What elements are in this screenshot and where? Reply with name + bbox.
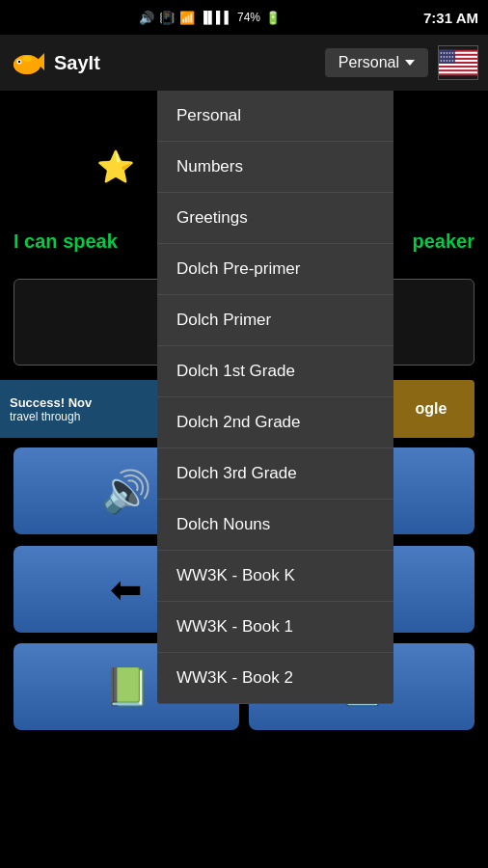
dropdown-item-greetings[interactable]: Greetings — [157, 193, 393, 244]
dropdown-item-personal[interactable]: Personal — [157, 91, 393, 142]
dropdown-item-ww3k-book-2[interactable]: WW3K - Book 2 — [157, 653, 393, 704]
dropdown-item-dolch-pre-primer[interactable]: Dolch Pre-primer — [157, 244, 393, 295]
svg-rect-11 — [439, 68, 477, 69]
speaker-icon: 🔊 — [101, 468, 151, 515]
battery-icon: 🔋 — [265, 11, 281, 25]
google-area: ogle — [388, 380, 474, 438]
back-arrow-icon: ⬅ — [110, 567, 143, 611]
dropdown-item-ww3k-book-1[interactable]: WW3K - Book 1 — [157, 602, 393, 653]
dropdown-item-ww3k-book-k[interactable]: WW3K - Book K — [157, 551, 393, 602]
dropdown-item-dolch-nouns[interactable]: Dolch Nouns — [157, 500, 393, 551]
status-icons: 🔊 📳 📶 ▐▌▌▌ 74% 🔋 — [10, 11, 410, 25]
app-title: SayIt — [54, 52, 315, 74]
book-icon: 📗 — [104, 665, 149, 708]
category-dropdown-button[interactable]: Personal — [325, 48, 428, 77]
vibrate-icon: 📳 — [159, 11, 175, 25]
google-text: ogle — [416, 400, 447, 418]
svg-point-5 — [22, 56, 32, 62]
main-content: ⭐ I can speak peaker I can s e a n Succe… — [0, 91, 488, 868]
dropdown-item-dolch-primer[interactable]: Dolch Primer — [157, 295, 393, 346]
battery-text: 74% — [237, 11, 260, 24]
app-logo — [10, 45, 44, 80]
dropdown-item-dolch-1st-grade[interactable]: Dolch 1st Grade — [157, 346, 393, 397]
dropdown-label: Personal — [339, 54, 399, 71]
language-flag[interactable]: ★★★★★★ ★★★★★ ★★★★★★ — [438, 45, 478, 80]
status-bar: 🔊 📳 📶 ▐▌▌▌ 74% 🔋 7:31 AM — [0, 0, 488, 35]
svg-rect-12 — [439, 71, 477, 73]
speak-right-text: peaker — [413, 231, 475, 253]
app-bar: SayIt Personal ★★★★★★ ★★★★★ ★★★★★★ — [0, 35, 488, 91]
star-icon: ⭐ — [96, 149, 135, 185]
speak-left-text: I can speak — [14, 231, 118, 253]
svg-point-4 — [18, 61, 20, 63]
svg-rect-10 — [439, 64, 477, 66]
status-time: 7:31 AM — [423, 10, 478, 26]
category-dropdown-menu: PersonalNumbersGreetingsDolch Pre-primer… — [157, 91, 393, 704]
dropdown-item-dolch-2nd-grade[interactable]: Dolch 2nd Grade — [157, 397, 393, 448]
svg-text:★★★★★★: ★★★★★★ — [440, 59, 457, 63]
dropdown-caret-icon — [405, 60, 415, 66]
signal-icon: ▐▌▌▌ — [200, 11, 232, 24]
sound-icon: 🔊 — [139, 11, 154, 25]
dropdown-item-dolch-3rd-grade[interactable]: Dolch 3rd Grade — [157, 448, 393, 500]
wifi-icon: 📶 — [179, 11, 195, 25]
dropdown-item-numbers[interactable]: Numbers — [157, 142, 393, 193]
